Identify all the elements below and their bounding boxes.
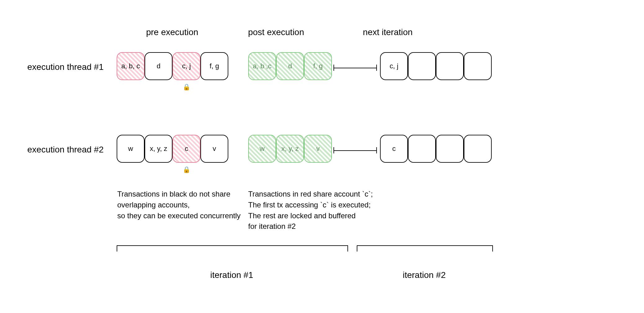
t2-next-box-3 (464, 135, 492, 163)
connector-t2 (333, 147, 377, 153)
column-title-pre: pre execution (126, 27, 219, 37)
iteration-2-label: iteration #2 (357, 270, 492, 280)
t2-pre-box-1-label: x, y, z (150, 145, 167, 153)
t1-pre-box-3: f, g (200, 52, 228, 80)
t1-pre-box-0: a, b, c (117, 52, 145, 80)
t2-post-box-2-label: v (316, 145, 320, 153)
caption-left: Transactions in black do not share overl… (117, 189, 263, 221)
t2-pre-box-2: c (172, 135, 200, 163)
t1-pre-box-1-label: d (157, 62, 160, 70)
t2-post-box-1-label: x, y, z (281, 145, 299, 153)
t1-post-box-2-label: f, g (313, 62, 323, 70)
iteration-1-label: iteration #1 (117, 270, 347, 280)
t2-post-box-0-label: w (260, 145, 265, 153)
t2-next-box-0-label: c (392, 145, 396, 153)
t1-next-box-0: c, j (380, 52, 408, 80)
t1-next-box-1 (408, 52, 436, 80)
t2-pre-box-3: v (200, 135, 228, 163)
lock-icon: 🔒 (182, 83, 191, 91)
t1-pre-box-3-label: f, g (210, 62, 219, 70)
t1-pre-box-0-label: a, b, c (121, 62, 140, 70)
t1-post-box-0: a, b ,c (248, 52, 276, 80)
t2-pre-box-0: w (117, 135, 145, 163)
t1-next-box-2 (436, 52, 464, 80)
t2-post-box-1: x, y, z (276, 135, 304, 163)
t1-pre-box-2: c, j (172, 52, 200, 80)
t2-next-box-0: c (380, 135, 408, 163)
t1-pre-box-1: d (145, 52, 172, 80)
t2-next-box-1 (408, 135, 436, 163)
row-label-thread-2: execution thread #2 (27, 145, 120, 155)
bracket-iteration-2 (357, 245, 493, 252)
t1-post-box-1: d (276, 52, 304, 80)
t2-post-box-2: v (304, 135, 332, 163)
t1-next-box-3 (464, 52, 492, 80)
connector-t1 (333, 65, 377, 71)
t2-pre-box-3-label: v (213, 145, 216, 153)
t1-pre-box-2-label: c, j (182, 62, 191, 70)
t1-next-box-0-label: c, j (390, 62, 398, 70)
bracket-iteration-1 (117, 245, 348, 252)
lock-icon: 🔒 (182, 166, 191, 173)
t2-pre-box-0-label: w (128, 145, 133, 153)
column-title-post: post execution (230, 27, 323, 37)
t1-post-box-2: f, g (304, 52, 332, 80)
t1-post-box-1-label: d (288, 62, 292, 70)
t2-next-box-2 (436, 135, 464, 163)
t1-post-box-0-label: a, b ,c (253, 62, 271, 70)
caption-right: Transactions in red share account `c`; T… (248, 189, 409, 232)
column-title-next: next iteration (341, 27, 434, 37)
t2-pre-box-1: x, y, z (145, 135, 172, 163)
t2-post-box-0: w (248, 135, 276, 163)
row-label-thread-1: execution thread #1 (27, 62, 120, 72)
t2-pre-box-2-label: c (185, 145, 188, 153)
